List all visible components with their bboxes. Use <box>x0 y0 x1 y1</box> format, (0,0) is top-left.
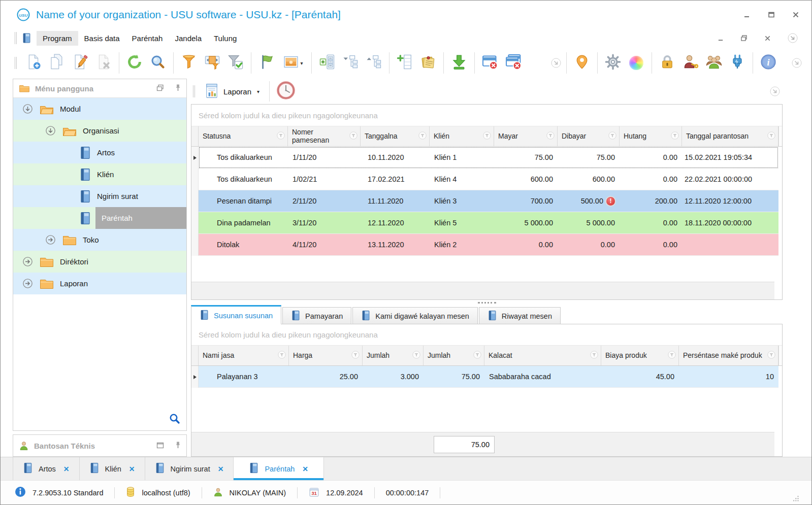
tree-item-toko[interactable]: Toko <box>13 229 186 251</box>
doc-tab-artos[interactable]: Artos ✕ <box>13 457 80 480</box>
tree-search-icon[interactable] <box>169 413 180 426</box>
cell-payable[interactable]: 0.00 <box>494 234 558 255</box>
filter-funnel-icon[interactable] <box>473 351 481 360</box>
column-header-klien[interactable]: Klién <box>430 126 494 146</box>
minimize-button[interactable] <box>742 10 752 19</box>
cell-order-no[interactable]: 1/02/21 <box>288 169 361 190</box>
menu-grip[interactable] <box>15 32 17 44</box>
cell-defect[interactable]: Sababaraha cacad <box>484 366 601 387</box>
cell-product-cost[interactable]: 45.00 <box>601 366 679 387</box>
toolbar-end-chevron-icon[interactable] <box>790 56 803 70</box>
expand-branch-button[interactable] <box>362 50 385 76</box>
resize-grip[interactable] <box>792 495 799 503</box>
order-row-2[interactable]: Tos dikaluarkeun 1/02/21 17.02.2021 Klié… <box>191 169 774 190</box>
filter-funnel-icon[interactable] <box>483 131 491 141</box>
menu-item-parentah[interactable]: Paréntah <box>126 31 169 46</box>
cell-client[interactable]: Klién 1 <box>430 147 494 168</box>
cell-product-percent[interactable]: 10 <box>679 366 778 387</box>
filter-funnel-icon[interactable] <box>668 351 676 360</box>
filter-funnel-icon[interactable] <box>349 131 358 141</box>
doc-tab-parentah-active[interactable]: Paréntah ✕ <box>234 457 324 480</box>
close-tab-icon[interactable]: ✕ <box>218 465 224 473</box>
cell-debt[interactable]: 0.00 <box>620 147 682 168</box>
mdi-restore-button[interactable] <box>739 33 749 43</box>
filter-apply-button[interactable] <box>224 50 247 76</box>
filter-funnel-icon[interactable] <box>767 131 775 141</box>
color-theme-button[interactable] <box>625 50 648 76</box>
cell-completion-date[interactable]: 12.11.2020 12:00:00 <box>682 190 778 212</box>
image-button[interactable]: ▾ <box>278 50 308 76</box>
cell-paid[interactable]: 5 000.00 <box>558 212 620 233</box>
filter-funnel-icon[interactable] <box>590 351 598 360</box>
column-header-dibayar[interactable]: Dibayar <box>558 126 620 146</box>
filter-funnel-icon[interactable] <box>546 131 555 141</box>
doc-tab-klien[interactable]: Klién ✕ <box>80 457 145 480</box>
tree-item-ngirim-surat[interactable]: Ngirim surat <box>13 185 186 207</box>
column-header-persentase-make-produk[interactable]: Perséntase maké produk <box>679 346 778 365</box>
order-row-5[interactable]: Ditolak 4/11/20 13.11.2020 Klién 2 0.00 … <box>191 234 774 256</box>
column-header-jumlah-qty[interactable]: Jumlah <box>363 346 424 365</box>
location-button[interactable] <box>570 50 594 76</box>
tree-item-organisasi[interactable]: Organisasi <box>13 120 186 142</box>
cell-client[interactable]: Klién 2 <box>430 234 494 255</box>
expand-node-icon[interactable] <box>45 234 56 245</box>
cell-status[interactable]: Tos dikaluarkeun <box>199 169 288 190</box>
image-dropdown-caret-icon[interactable]: ▾ <box>300 60 303 66</box>
tree-item-artos[interactable]: Artos <box>13 142 186 163</box>
cell-completion-date[interactable]: 18.11.2020 00:00:00 <box>682 212 778 233</box>
cell-date[interactable]: 10.11.2020 <box>361 147 430 168</box>
filter-funnel-icon[interactable] <box>277 131 285 141</box>
service-row-1[interactable]: Palayanan 3 25.00 3.000 75.00 Sababaraha… <box>191 366 774 388</box>
report-toolbar-chevron-icon[interactable] <box>768 85 782 98</box>
column-header-hutang[interactable]: Hutang <box>620 126 682 146</box>
add-column-button[interactable] <box>393 50 416 76</box>
report-toolbar-grip[interactable] <box>193 85 195 97</box>
toolbar-overflow-chevron-icon[interactable] <box>549 56 563 70</box>
pin-panel-icon[interactable] <box>175 84 181 93</box>
filter-funnel-icon[interactable] <box>671 131 679 141</box>
filter-funnel-icon[interactable] <box>767 351 775 360</box>
cell-status[interactable]: Dina padamelan <box>199 212 288 233</box>
cell-completion-date[interactable]: 22.02.2021 00:00:00 <box>682 169 778 190</box>
cell-client[interactable]: Klién 3 <box>430 190 494 212</box>
column-header-nami-jasa[interactable]: Nami jasa <box>199 346 289 365</box>
cell-completion-date[interactable]: 15.02.2021 19:05:34 <box>682 147 778 168</box>
settings-button[interactable] <box>601 50 625 76</box>
services-groupby-dropzone[interactable]: Séred kolom judul ka dieu pikeun ngagolo… <box>191 324 782 346</box>
cell-status[interactable]: Ditolak <box>199 234 288 255</box>
search-button[interactable] <box>146 50 170 76</box>
close-tab-icon[interactable]: ✕ <box>302 465 308 473</box>
collapse-node-icon[interactable] <box>45 125 56 136</box>
flag-button[interactable] <box>255 50 278 76</box>
close-all-windows-button[interactable] <box>502 50 525 76</box>
cell-payable[interactable]: 5 000.00 <box>494 212 558 233</box>
filter-funnel-icon[interactable] <box>351 351 360 360</box>
tree-item-modul[interactable]: Modul <box>13 98 186 120</box>
menu-item-jandela[interactable]: Jandela <box>169 31 208 46</box>
schedule-button[interactable] <box>275 79 297 104</box>
filter-funnel-icon[interactable] <box>278 351 286 360</box>
report-button[interactable]: Laporan ▾ <box>200 81 264 103</box>
tab-pamayaran[interactable]: Pamayaran <box>282 307 351 324</box>
cell-client[interactable]: Klién 4 <box>430 169 494 190</box>
cell-order-no[interactable]: 3/11/20 <box>288 212 361 233</box>
doc-tab-ngirim-surat[interactable]: Ngirim surat ✕ <box>145 457 234 480</box>
cell-status[interactable]: Pesenan ditampi <box>199 190 288 212</box>
menu-item-program[interactable]: Program <box>37 31 78 46</box>
cell-paid[interactable]: 0.00 <box>558 234 620 255</box>
tab-susunan-susunan[interactable]: Susunan susunan <box>191 305 281 324</box>
plugins-button[interactable] <box>726 50 749 76</box>
order-row-3[interactable]: Pesenan ditampi 2/11/20 11.11.2020 Klién… <box>191 190 774 212</box>
tab-riwayat-mesen[interactable]: Riwayat mesen <box>479 307 561 324</box>
column-header-biaya-produk[interactable]: Biaya produk <box>601 346 679 365</box>
cell-date[interactable]: 13.11.2020 <box>361 234 430 255</box>
close-window-button[interactable] <box>478 50 502 76</box>
column-header-tanggal-parantosan[interactable]: Tanggal parantosan <box>682 126 778 146</box>
filter-funnel-icon[interactable] <box>418 131 427 141</box>
users-button[interactable] <box>702 50 726 76</box>
cell-client[interactable]: Klién 5 <box>430 212 494 233</box>
menu-item-tulung[interactable]: Tulung <box>208 31 243 46</box>
edit-record-button[interactable] <box>69 50 92 76</box>
filter-by-selection-button[interactable] <box>201 50 224 76</box>
menu-item-basis-data[interactable]: Basis data <box>78 31 126 46</box>
